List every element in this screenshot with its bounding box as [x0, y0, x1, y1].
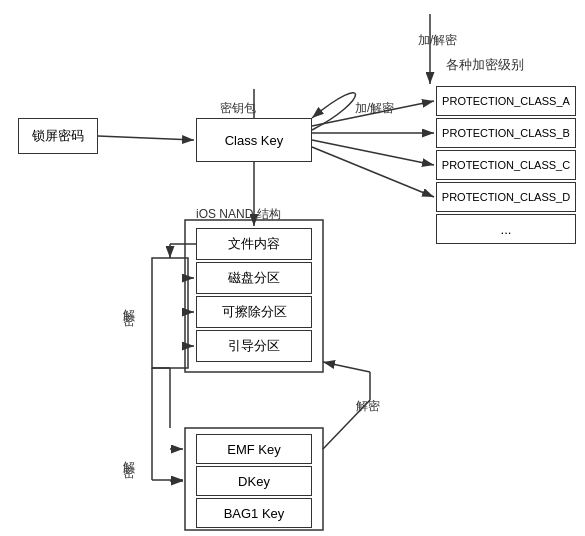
disk-partition-box: 磁盘分区 — [196, 262, 312, 294]
protection-class-c-label: PROTECTION_CLASS_C — [442, 159, 570, 171]
protection-class-dots-label: ... — [501, 222, 512, 237]
diagram: 锁屏密码 Class Key 密钥包 加/解密 加/解密 各种加密级别 PROT… — [0, 0, 585, 536]
disk-partition-label: 磁盘分区 — [228, 269, 280, 287]
dkey-box: DKey — [196, 466, 312, 496]
svg-line-5 — [312, 140, 434, 165]
bag1-key-box: BAG1 Key — [196, 498, 312, 528]
protection-class-a-box: PROTECTION_CLASS_A — [436, 86, 576, 116]
svg-line-25 — [323, 362, 370, 372]
protection-class-b-box: PROTECTION_CLASS_B — [436, 118, 576, 148]
lock-password-box: 锁屏密码 — [18, 118, 98, 154]
file-content-label: 文件内容 — [228, 235, 280, 253]
emf-key-box: EMF Key — [196, 434, 312, 464]
class-key-box: Class Key — [196, 118, 312, 162]
key-bag-label: 密钥包 — [220, 100, 256, 117]
dkey-label: DKey — [238, 474, 270, 489]
lock-password-label: 锁屏密码 — [32, 127, 84, 145]
encrypt-decrypt-top-label: 加/解密 — [355, 100, 394, 117]
svg-line-2 — [98, 136, 194, 140]
emf-key-label: EMF Key — [227, 442, 280, 457]
encrypt-decrypt-class-label: 加/解密 — [418, 32, 457, 49]
protection-class-d-box: PROTECTION_CLASS_D — [436, 182, 576, 212]
protection-class-b-label: PROTECTION_CLASS_B — [442, 127, 570, 139]
svg-rect-10 — [152, 258, 188, 368]
erasable-partition-label: 可擦除分区 — [222, 303, 287, 321]
various-encryption-label: 各种加密级别 — [446, 56, 524, 74]
ios-nand-label: iOS NAND 结构 — [196, 206, 281, 223]
boot-partition-box: 引导分区 — [196, 330, 312, 362]
decrypt-left-label: 解密 — [120, 300, 137, 308]
decrypt-bottom-label: 解密 — [356, 398, 380, 415]
protection-class-dots-box: ... — [436, 214, 576, 244]
protection-class-a-label: PROTECTION_CLASS_A — [442, 95, 570, 107]
class-key-label: Class Key — [225, 133, 284, 148]
protection-class-c-box: PROTECTION_CLASS_C — [436, 150, 576, 180]
bag1-key-label: BAG1 Key — [224, 506, 285, 521]
boot-partition-label: 引导分区 — [228, 337, 280, 355]
svg-line-6 — [312, 147, 434, 197]
erasable-partition-box: 可擦除分区 — [196, 296, 312, 328]
file-content-box: 文件内容 — [196, 228, 312, 260]
decrypt-left2-label: 解密 — [120, 452, 137, 460]
protection-class-d-label: PROTECTION_CLASS_D — [442, 191, 570, 203]
